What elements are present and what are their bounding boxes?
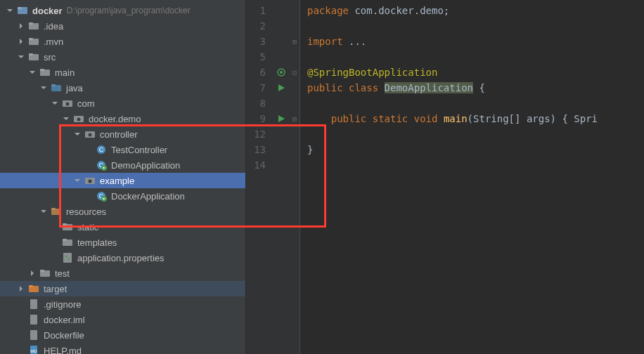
tree-item-label: .mvn bbox=[44, 37, 63, 47]
tree-item-label: .idea bbox=[44, 21, 63, 32]
svg-point-47 bbox=[280, 71, 283, 74]
code-editor: 12356789121314 ⊞⊡⊞ package com.docker.de… bbox=[246, 0, 644, 354]
code-text: { bbox=[473, 82, 485, 93]
svg-rect-1 bbox=[18, 7, 22, 9]
tree-item-label: target bbox=[44, 284, 67, 294]
gutter-blank bbox=[273, 49, 290, 65]
tree-item-label: templates bbox=[77, 237, 117, 248]
tree-item-src[interactable]: src bbox=[0, 49, 245, 65]
code-text: (String[] args) { Spri bbox=[468, 113, 598, 124]
class-run-icon: C bbox=[96, 190, 107, 202]
chevron-none bbox=[17, 331, 25, 339]
run-gutter-icon[interactable] bbox=[273, 111, 290, 126]
tree-item-dockerfile[interactable]: Dockerfile bbox=[0, 327, 245, 343]
folder-icon bbox=[28, 51, 39, 63]
chevron-right-icon[interactable] bbox=[28, 269, 37, 277]
tree-item-label: resources bbox=[66, 206, 106, 217]
tree-item-label: docker.iml bbox=[44, 315, 85, 325]
tree-item-com[interactable]: com bbox=[0, 96, 245, 111]
tree-item-resources[interactable]: resources bbox=[0, 204, 245, 219]
chevron-down-icon[interactable] bbox=[6, 6, 14, 15]
tree-item-example[interactable]: example bbox=[0, 173, 245, 188]
svg-rect-43 bbox=[30, 330, 37, 340]
tree-item-label: src bbox=[44, 52, 56, 63]
fold-blank bbox=[290, 157, 300, 173]
line-number: 1 bbox=[246, 3, 266, 18]
gutter-icons bbox=[273, 3, 290, 354]
fold-marker-icon[interactable]: ⊞ bbox=[290, 34, 300, 49]
chevron-none bbox=[51, 238, 59, 247]
line-number: 12 bbox=[246, 126, 266, 142]
class-run-icon: C bbox=[96, 159, 107, 171]
tree-item-test[interactable]: test bbox=[0, 266, 245, 281]
chevron-down-icon[interactable] bbox=[17, 53, 25, 61]
tree-item-docker[interactable]: dockerD:\program\java_program\docker bbox=[0, 3, 245, 18]
annotation: @SpringBootApplication bbox=[307, 67, 437, 78]
chevron-down-icon[interactable] bbox=[28, 68, 37, 77]
svg-text:MD: MD bbox=[30, 349, 37, 353]
chevron-down-icon[interactable] bbox=[73, 176, 82, 185]
line-number: 2 bbox=[246, 18, 266, 34]
tree-item-label: test bbox=[55, 268, 70, 279]
function-name: main bbox=[444, 113, 468, 124]
chevron-right-icon[interactable] bbox=[17, 37, 25, 46]
tree-item-application-properties[interactable]: application.properties bbox=[0, 250, 245, 266]
folder-icon bbox=[28, 36, 39, 47]
keyword: public static void bbox=[331, 113, 444, 124]
chevron-none bbox=[17, 315, 25, 324]
file-icon bbox=[28, 329, 39, 341]
tree-item--gitignore[interactable]: .gitignore bbox=[0, 296, 245, 312]
chevron-right-icon[interactable] bbox=[17, 284, 25, 293]
chevron-down-icon[interactable] bbox=[73, 130, 82, 138]
tree-item-testcontroller[interactable]: CTestController bbox=[0, 142, 245, 157]
tree-item-docker-demo[interactable]: docker.demo bbox=[0, 111, 245, 126]
tree-item-label: example bbox=[100, 176, 134, 186]
tree-item-label: static bbox=[77, 222, 98, 232]
tree-item-static[interactable]: static bbox=[0, 219, 245, 235]
tree-item-help-md[interactable]: MDHELP.md bbox=[0, 343, 245, 354]
tree-item--idea[interactable]: .idea bbox=[0, 18, 245, 34]
chevron-none bbox=[17, 300, 25, 308]
tree-item-target[interactable]: target bbox=[0, 281, 245, 296]
class-icon: C bbox=[96, 144, 107, 155]
tree-item-demoapplication[interactable]: CDemoApplication bbox=[0, 157, 245, 173]
tree-item-label: .gitignore bbox=[44, 299, 81, 310]
line-number: 14 bbox=[246, 157, 266, 173]
tree-item-controller[interactable]: controller bbox=[0, 126, 245, 142]
tree-item-dockerapplication[interactable]: CDockerApplication bbox=[0, 188, 245, 204]
fold-marker-icon[interactable]: ⊞ bbox=[290, 111, 300, 126]
chevron-down-icon[interactable] bbox=[62, 114, 70, 123]
tree-item-java[interactable]: java bbox=[0, 80, 245, 96]
svg-rect-3 bbox=[29, 22, 33, 25]
chevron-down-icon[interactable] bbox=[39, 84, 48, 92]
svg-point-15 bbox=[77, 118, 81, 122]
tree-item-templates[interactable]: templates bbox=[0, 235, 245, 250]
fold-blank bbox=[290, 96, 300, 111]
fold-blank bbox=[290, 18, 300, 34]
line-number: 6 bbox=[246, 65, 266, 80]
project-icon bbox=[17, 5, 28, 16]
tree-item-label: docker bbox=[32, 6, 63, 16]
svg-point-36 bbox=[68, 258, 70, 261]
fold-marker-icon[interactable]: ⊡ bbox=[290, 65, 300, 80]
fold-blank bbox=[290, 80, 300, 96]
fold-column: ⊞⊡⊞ bbox=[290, 3, 300, 354]
line-number: 8 bbox=[246, 96, 266, 111]
chevron-down-icon[interactable] bbox=[51, 99, 59, 107]
chevron-right-icon[interactable] bbox=[17, 22, 25, 30]
bean-gutter-icon[interactable] bbox=[273, 65, 290, 80]
tree-item-docker-iml[interactable]: docker.iml bbox=[0, 312, 245, 327]
tree-item--mvn[interactable]: .mvn bbox=[0, 34, 245, 49]
chevron-down-icon[interactable] bbox=[39, 207, 48, 216]
project-tree: dockerD:\program\java_program\docker.ide… bbox=[0, 0, 245, 354]
code-content[interactable]: package com.docker.demo; import ... @Spr… bbox=[300, 0, 598, 354]
file-icon bbox=[28, 299, 39, 310]
svg-text:C: C bbox=[99, 146, 104, 153]
tree-item-main[interactable]: main bbox=[0, 65, 245, 80]
tree-item-label: HELP.md bbox=[44, 346, 82, 355]
line-number: 13 bbox=[246, 142, 266, 157]
gutter-blank bbox=[273, 157, 290, 173]
gutter-blank bbox=[273, 96, 290, 111]
file-md-icon: MD bbox=[28, 345, 39, 354]
run-gutter-icon[interactable] bbox=[273, 80, 290, 96]
